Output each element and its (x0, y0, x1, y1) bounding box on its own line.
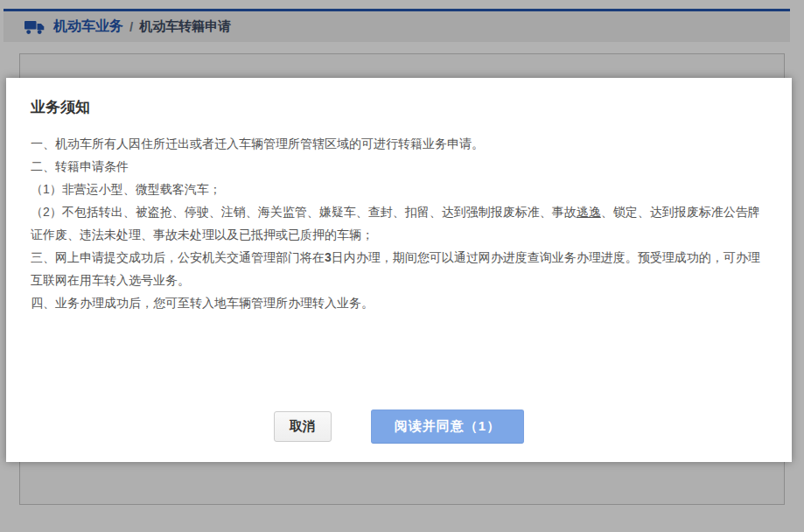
notice-text: 一、机动车所有人因住所迁出或者迁入车辆管理所管辖区域的可进行转籍业务申请。 (31, 136, 484, 150)
notice-text: 二、转籍申请条件 (31, 159, 129, 173)
notice-paragraph: 二、转籍申请条件 (31, 155, 767, 178)
notice-text: 3 (325, 250, 332, 264)
notice-text: 四、业务办理成功后，您可至转入地车辆管理所办理转入业务。 (31, 296, 374, 310)
notice-paragraphs: 一、机动车所有人因住所迁出或者迁入车辆管理所管辖区域的可进行转籍业务申请。二、转… (31, 132, 767, 314)
notice-text: 三、网上申请提交成功后，公安机关交通管理部门将在 (31, 250, 325, 264)
notice-paragraph: 三、网上申请提交成功后，公安机关交通管理部门将在3日内办理，期间您可以通过网办进… (31, 246, 767, 291)
notice-text: （1）非营运小型、微型载客汽车； (31, 182, 221, 196)
notice-paragraph: （2）不包括转出、被盗抢、停驶、注销、海关监管、嫌疑车、查封、扣留、达到强制报废… (31, 200, 767, 246)
notice-text-underlined: 逃逸 (577, 205, 601, 219)
cancel-button[interactable]: 取消 (274, 411, 332, 442)
modal-footer: 取消 阅读并同意（1） (6, 410, 792, 444)
agree-countdown-button[interactable]: 阅读并同意（1） (371, 410, 524, 444)
modal-title: 业务须知 (31, 98, 767, 117)
notice-paragraph: 一、机动车所有人因住所迁出或者迁入车辆管理所管辖区域的可进行转籍业务申请。 (31, 132, 767, 155)
page: 机动车业务 / 机动车转籍申请 业务须知 一、机动车所有人因住所迁出或者迁入车辆… (0, 0, 804, 532)
notice-modal: 业务须知 一、机动车所有人因住所迁出或者迁入车辆管理所管辖区域的可进行转籍业务申… (6, 78, 792, 462)
notice-text: （2）不包括转出、被盗抢、停驶、注销、海关监管、嫌疑车、查封、扣留、达到强制报废… (31, 205, 577, 219)
notice-paragraph: 四、业务办理成功后，您可至转入地车辆管理所办理转入业务。 (31, 291, 767, 314)
notice-paragraph: （1）非营运小型、微型载客汽车； (31, 178, 767, 200)
